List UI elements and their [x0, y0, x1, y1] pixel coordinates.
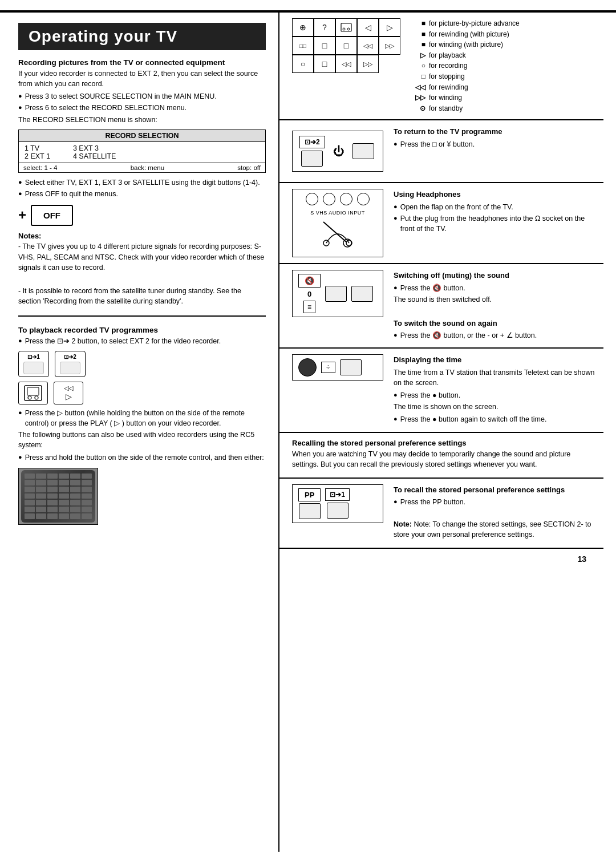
- ext2-standby-btn[interactable]: ⊡➔2: [299, 136, 325, 148]
- icon-row1: ⊕ ? ◁ ▷: [292, 18, 400, 37]
- pp-note: Note: Note: To change the stored setting…: [394, 519, 595, 540]
- sym-icon5: ○: [415, 60, 425, 71]
- rewind-icon: ◁◁: [64, 385, 73, 392]
- right-column: ⊕ ? ◁ ▷ □□: [279, 13, 616, 852]
- return-section: ⊡➔2 ⏻ To return to the TV programme Pres…: [279, 120, 603, 183]
- icon-circle: ○: [292, 55, 314, 73]
- mute-sq-btn2: [351, 286, 373, 302]
- ext1-btn-col: ⊡➔1: [325, 488, 350, 519]
- notes-title: Notes:: [18, 230, 266, 242]
- pp-btn-col: PP: [298, 488, 321, 519]
- standby-diagram: ⊡➔2 ⏻: [292, 131, 383, 172]
- remote-key: [47, 500, 58, 505]
- play-bullet1: Press the ▷ button (while holding the bu…: [18, 408, 266, 428]
- sym-text5: for recording: [429, 60, 467, 71]
- ext1-btn-body: [23, 362, 44, 374]
- remote-key: [47, 474, 58, 479]
- off-button-area: + OFF: [18, 205, 266, 226]
- recording-bullet4: Press OFF to quit the menus.: [18, 189, 266, 199]
- remote-key: [25, 480, 35, 485]
- svg-point-5: [343, 28, 345, 30]
- sym-text3: for winding (with picture): [429, 39, 503, 50]
- mute-icon-display: 🔇: [298, 274, 321, 288]
- remote-key: [82, 480, 92, 485]
- svg-point-2: [28, 396, 31, 399]
- sym-row9: ⊙ for standby: [415, 103, 520, 114]
- sym-row5: ○ for recording: [415, 60, 520, 71]
- recall-para1: When you are watching TV you may decide …: [292, 449, 595, 470]
- standby-sq-btn: [301, 151, 323, 167]
- remote-key: [59, 480, 69, 485]
- sym-icon8: ▷▷: [415, 92, 425, 103]
- zero-label: 0: [307, 290, 311, 298]
- play-icon-button[interactable]: ◁◁ ▷: [54, 382, 83, 404]
- headphones-diagram: S VHS AUDIO INPUT: [292, 189, 383, 257]
- record-col2-row2: 4 SATELLITE: [73, 152, 116, 160]
- return-bullet: Press the □ or ¥ button.: [394, 139, 595, 149]
- top-right-area: ⊕ ? ◁ ▷ □□: [279, 13, 603, 120]
- sym-icon7: ◁◁: [415, 82, 425, 93]
- circle1: [306, 193, 318, 205]
- svg-line-7: [323, 222, 346, 242]
- circle-row: [306, 193, 370, 205]
- record-table-col2: 3 EXT 3 4 SATELLITE: [73, 144, 116, 160]
- pp-btn[interactable]: PP: [298, 488, 321, 501]
- pp-ext1-btn[interactable]: ⊡➔1: [325, 488, 350, 501]
- record-col1-row1: 1 TV: [25, 144, 50, 152]
- headphone-svg: [315, 219, 360, 248]
- ext2-label: ⊡➔2: [64, 354, 76, 360]
- recording-bullet3: Select either TV, EXT 1, EXT 3 or SATELL…: [18, 177, 266, 188]
- remote-key: [59, 500, 69, 505]
- ext2-button[interactable]: ⊡➔2: [55, 351, 86, 377]
- cassette-svg: [24, 385, 42, 401]
- circle2: [323, 193, 335, 205]
- muting-diagram: 🔇 0 ≡: [292, 270, 383, 317]
- muting-bullet1: Press the 🔇 button.: [394, 283, 595, 293]
- remote-key: [47, 513, 58, 519]
- sym-text2: for rewinding (with picture): [429, 29, 509, 40]
- remote-key: [82, 493, 92, 499]
- remote-key: [59, 474, 69, 479]
- playback-section: To playback recorded TV programmes Press…: [18, 326, 266, 529]
- remote-key: [25, 507, 35, 512]
- pp-section: PP ⊡➔1 To recall the stored personal pre…: [279, 479, 603, 549]
- remote-image-area: [18, 468, 98, 525]
- time-diagram: ÷: [292, 354, 383, 381]
- plus-symbol: +: [18, 207, 26, 223]
- headphones-bullet1: Open the flap on the front of the TV.: [394, 202, 595, 212]
- remote-key: [47, 493, 58, 499]
- icon-sq1: □□: [292, 37, 314, 55]
- svg-point-3: [35, 396, 38, 399]
- page-title: Operating your TV: [29, 27, 256, 46]
- time-para2: The time is shown on the screen.: [394, 402, 595, 412]
- sym-row3: ■ for winding (with picture): [415, 39, 520, 50]
- play-bullet2: Press and hold the button on the side of…: [18, 452, 266, 463]
- ext-buttons-row: ⊡➔1 ⊡➔2: [18, 351, 266, 377]
- remote-key: [36, 474, 46, 479]
- recording-para2: The RECORD SELECTION menu is shown:: [18, 115, 266, 125]
- off-button[interactable]: OFF: [31, 205, 73, 226]
- power-icon: ⏻: [333, 145, 345, 158]
- sym-icon9: ⊙: [415, 103, 425, 114]
- recall-heading: Recalling the stored personal preference…: [292, 439, 595, 447]
- record-table-body: 1 TV 2 EXT 1 3 EXT 3 4 SATELLITE: [19, 142, 265, 163]
- record-table-footer: select: 1 - 4 back: menu stop: off: [19, 163, 265, 172]
- remote-key: [82, 500, 92, 505]
- notes-section: Notes: - The TV gives you up to 4 differ…: [18, 230, 266, 306]
- recording-heading: Recording pictures from the TV or connec…: [18, 58, 266, 67]
- recording-bullet1: Press 3 to select SOURCE SELECTION in th…: [18, 91, 266, 102]
- record-col2-row1: 3 EXT 3: [73, 144, 116, 152]
- pp-heading2: To recall the stored personal preference…: [394, 484, 595, 496]
- time-round-btn[interactable]: [298, 358, 317, 377]
- remote-key: [70, 493, 80, 499]
- return-text: To return to the TV programme Press the …: [394, 126, 595, 151]
- icon-cassette: [335, 18, 357, 37]
- remote-key: [82, 474, 92, 479]
- sym-row2: ■ for rewinding (with picture): [415, 29, 520, 40]
- headphones-bullet2: Put the plug from the headphones into th…: [394, 213, 595, 234]
- ext1-button[interactable]: ⊡➔1: [18, 351, 49, 377]
- note2: - It is possible to record from the sate…: [18, 286, 266, 306]
- muting-heading: Switching off (muting) the sound: [394, 270, 595, 281]
- muting-heading2: To switch the sound on again: [394, 318, 595, 329]
- svg-rect-1: [27, 387, 39, 395]
